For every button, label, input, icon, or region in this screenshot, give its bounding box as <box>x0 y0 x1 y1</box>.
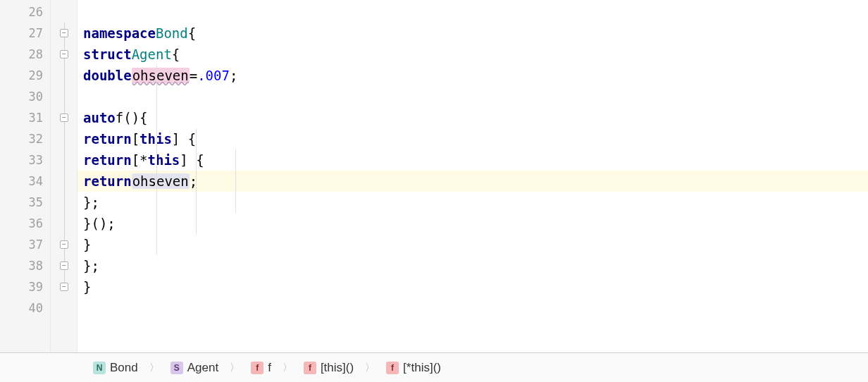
line-number[interactable]: 29 <box>0 65 50 86</box>
member-field: ohseven <box>132 68 190 83</box>
function-icon: f <box>251 362 264 374</box>
line-number[interactable]: 27 <box>0 23 50 44</box>
keyword: auto <box>83 110 116 125</box>
fold-row <box>51 255 77 276</box>
code-line[interactable]: return [*this] { <box>78 149 868 171</box>
keyword: struct <box>83 47 132 62</box>
numeric-literal: .007 <box>197 68 230 83</box>
function-icon: f <box>304 362 316 374</box>
code-line[interactable] <box>78 86 868 107</box>
punct: { <box>188 25 196 41</box>
code-line[interactable] <box>78 1 868 23</box>
code-line[interactable]: auto f() { <box>78 107 868 128</box>
code-line[interactable]: }(); <box>78 213 868 234</box>
code-line[interactable]: } <box>78 276 868 297</box>
chevron-right-icon: 〉 <box>274 362 301 374</box>
breadcrumb-bar: N Bond 〉 S Agent 〉 f f 〉 f [this]() 〉 f … <box>0 352 868 382</box>
punct: ] { <box>172 131 196 147</box>
fold-toggle-icon[interactable] <box>60 29 68 37</box>
keyword: this <box>140 131 172 147</box>
breadcrumb-item-struct[interactable]: S Agent <box>168 359 221 376</box>
line-number[interactable]: 31 <box>0 107 50 128</box>
fold-row <box>51 171 77 192</box>
type-name: Agent <box>132 47 172 62</box>
code-line[interactable]: return [this] { <box>78 128 868 149</box>
struct-icon: S <box>170 362 183 374</box>
keyword: return <box>83 152 132 168</box>
code-line-current[interactable]: return ohseven; <box>78 171 868 192</box>
line-number[interactable]: 37 <box>0 234 50 255</box>
member-reference: ohseven <box>132 173 190 189</box>
code-line[interactable] <box>78 297 868 319</box>
fold-toggle-icon[interactable] <box>60 261 68 270</box>
breadcrumb-label: [*this]() <box>403 361 441 375</box>
keyword: double <box>83 68 132 83</box>
fold-row <box>51 297 77 319</box>
line-number[interactable]: 32 <box>0 128 50 149</box>
fold-toggle-icon[interactable] <box>60 113 68 122</box>
code-line[interactable]: struct Agent { <box>78 44 868 65</box>
code-area[interactable]: namespace Bond { struct Agent { double o… <box>78 0 868 352</box>
fold-row <box>51 234 77 255</box>
line-number[interactable]: 30 <box>0 86 50 107</box>
line-number[interactable]: 35 <box>0 192 50 213</box>
chevron-right-icon: 〉 <box>356 362 383 374</box>
breadcrumb-label: Agent <box>187 361 218 375</box>
punct: ; <box>230 68 237 83</box>
punct: } <box>83 237 91 252</box>
punct: = <box>190 68 197 83</box>
code-line[interactable]: double ohseven = .007; <box>78 65 868 86</box>
fold-row <box>51 86 77 107</box>
punct: }; <box>83 195 99 210</box>
breadcrumb-label: [this]() <box>321 361 354 375</box>
punct: { <box>140 110 147 125</box>
line-number[interactable]: 26 <box>0 1 50 23</box>
fold-row <box>51 213 77 234</box>
line-number[interactable]: 40 <box>0 297 50 319</box>
fold-row <box>51 65 77 86</box>
keyword: this <box>148 152 180 168</box>
breadcrumb-item-namespace[interactable]: N Bond <box>90 359 141 376</box>
line-number-gutter: 26 27 28 29 30 31 32 33 34 35 36 37 38 3… <box>0 0 51 352</box>
keyword: namespace <box>83 25 156 41</box>
punct: }(); <box>83 216 116 231</box>
editor-area: 26 27 28 29 30 31 32 33 34 35 36 37 38 3… <box>0 0 868 352</box>
chevron-right-icon: 〉 <box>141 362 168 374</box>
fold-toggle-icon[interactable] <box>60 50 68 58</box>
fold-row <box>51 44 77 65</box>
code-line[interactable]: } <box>78 234 868 255</box>
fold-toggle-icon[interactable] <box>60 240 68 249</box>
fold-column <box>51 0 78 352</box>
code-line[interactable]: }; <box>78 255 868 276</box>
line-number[interactable]: 28 <box>0 44 50 65</box>
fold-row <box>51 192 77 213</box>
line-number[interactable]: 33 <box>0 149 50 171</box>
code-line[interactable]: }; <box>78 192 868 213</box>
keyword: return <box>83 131 132 147</box>
fold-row <box>51 1 77 23</box>
breadcrumb-item-lambda[interactable]: f [this]() <box>301 359 356 376</box>
type-name: Bond <box>156 25 188 41</box>
breadcrumb-item-function[interactable]: f f <box>248 359 274 376</box>
fold-row <box>51 128 77 149</box>
line-number[interactable]: 38 <box>0 255 50 276</box>
fold-row <box>51 149 77 171</box>
namespace-icon: N <box>93 362 106 374</box>
fold-row <box>51 107 77 128</box>
chevron-right-icon: 〉 <box>221 362 248 374</box>
keyword: return <box>83 173 132 189</box>
punct: ] { <box>180 152 204 168</box>
line-number[interactable]: 36 <box>0 213 50 234</box>
breadcrumb-label: f <box>268 361 271 375</box>
punct: { <box>172 47 180 62</box>
punct: () <box>123 110 140 125</box>
line-number[interactable]: 34 <box>0 171 50 192</box>
punct: [* <box>132 152 148 168</box>
line-number[interactable]: 39 <box>0 276 50 297</box>
code-line[interactable]: namespace Bond { <box>78 23 868 44</box>
punct: } <box>83 279 91 295</box>
breadcrumb-item-lambda[interactable]: f [*this]() <box>383 359 444 376</box>
fold-row <box>51 23 77 44</box>
punct: [ <box>132 131 140 147</box>
fold-toggle-icon[interactable] <box>60 283 68 291</box>
